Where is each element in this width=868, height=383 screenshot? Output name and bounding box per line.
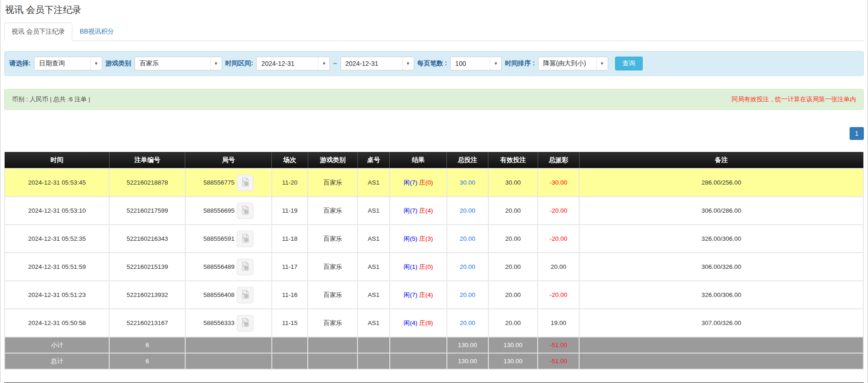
game-type-select[interactable]: 百家乐 ▼ — [135, 57, 222, 70]
summary-bar: 币别 : 人民币 | 总共 :6 注单 | 同局有效投注，统一计算在该局第一张注… — [4, 89, 864, 110]
tab-bar: 视讯 会员下注纪录 BB视讯积分 — [4, 23, 864, 41]
film-document-icon — [240, 205, 251, 217]
total-bet-sum-cell: 130.00 — [447, 353, 488, 369]
video-replay-button[interactable] — [237, 259, 253, 275]
round-id-cell: 588556591 — [185, 225, 272, 253]
date-from-value: 2024-12-31 — [257, 60, 318, 67]
chevron-down-icon: ▼ — [490, 57, 501, 70]
payout-cell: 20.00 — [538, 253, 579, 281]
result-cell: 闲(7) 庄(0) — [390, 168, 447, 197]
total-bet-link[interactable]: 20.00 — [460, 319, 475, 326]
remark-cell: 306.00/286.00 — [579, 197, 863, 225]
column-header-8: 总投注 — [447, 152, 488, 168]
page-size-value: 100 — [451, 60, 490, 67]
valid-bet-cell: 20.00 — [488, 225, 538, 253]
result-player: 闲(5) — [404, 235, 417, 242]
column-header-6: 桌号 — [358, 152, 390, 168]
page-size-select[interactable]: 100 ▼ — [450, 57, 502, 70]
chevron-down-icon: ▼ — [402, 57, 414, 70]
table-total-row: 小计6130.00130.00-51.00 — [5, 337, 863, 353]
result-banker: 庄(3) — [419, 235, 433, 242]
game-type-label: 游戏类别 — [106, 59, 131, 68]
total-bet-cell: 20.00 — [447, 281, 488, 309]
table-no-cell: AS1 — [358, 168, 390, 197]
bet-id-cell: 522160213167 — [109, 309, 185, 337]
video-replay-button[interactable] — [237, 203, 253, 219]
tab-bb-video-points[interactable]: BB视讯积分 — [72, 23, 122, 41]
remark-cell: 306.00/326.00 — [579, 253, 863, 281]
total-bet-link[interactable]: 20.00 — [460, 207, 475, 214]
date-from-select[interactable]: 2024-12-31 ▼ — [256, 57, 330, 70]
result-banker: 庄(9) — [419, 319, 433, 326]
summary-currency-count: 币别 : 人民币 | 总共 :6 注单 | — [12, 95, 90, 104]
table-row: 2024-12-31 05:50:58522160213167588556333… — [5, 309, 863, 337]
result-cell: 闲(7) 庄(4) — [390, 281, 447, 309]
valid-bet-cell: 20.00 — [488, 253, 538, 281]
page-number-button[interactable]: 1 — [850, 127, 864, 140]
video-replay-button[interactable] — [237, 315, 253, 331]
table-body: 2024-12-31 05:53:45522160218878588556775… — [5, 168, 863, 337]
table-total-row: 总计6130.00130.00-51.00 — [5, 353, 863, 369]
video-replay-button[interactable] — [237, 287, 253, 303]
total-bet-cell: 20.00 — [447, 309, 488, 337]
table-footer: 小计6130.00130.00-51.00总计6130.00130.00-51.… — [5, 337, 863, 369]
sort-order-label: 时间排序 : — [505, 59, 535, 68]
time-cell: 2024-12-31 05:53:10 — [5, 197, 109, 225]
empty-cell — [579, 353, 863, 369]
result-cell: 闲(1) 庄(0) — [390, 253, 447, 281]
time-cell: 2024-12-31 05:51:59 — [5, 253, 109, 281]
empty-cell — [390, 337, 447, 353]
result-cell: 闲(4) 庄(9) — [390, 309, 447, 337]
total-label-cell: 总计 — [5, 353, 109, 369]
round-id: 588556489 — [203, 263, 235, 270]
page: 视讯 会员下注纪录 视讯 会员下注纪录 BB视讯积分 请选择: 日期查询 ▼ 游… — [0, 0, 868, 383]
chevron-down-icon: ▼ — [318, 57, 329, 70]
table-no-cell: AS1 — [358, 281, 390, 309]
summary-warning-note: 同局有效投注，统一计算在该局第一张注单内 — [732, 95, 856, 104]
game-type-cell: 百家乐 — [308, 225, 358, 253]
time-cell: 2024-12-31 05:51:23 — [5, 281, 109, 309]
game-type-cell: 百家乐 — [308, 309, 358, 337]
round-id-cell: 588556489 — [185, 253, 272, 281]
empty-cell — [272, 337, 308, 353]
table-row: 2024-12-31 05:51:59522160215139588556489… — [5, 253, 863, 281]
chevron-down-icon: ▼ — [90, 57, 102, 70]
payout-sum-cell: -51.00 — [538, 353, 579, 369]
total-bet-link[interactable]: 30.00 — [460, 179, 475, 186]
total-bet-link[interactable]: 20.00 — [460, 263, 475, 270]
column-header-4: 场次 — [272, 152, 308, 168]
query-type-value: 日期查询 — [35, 59, 90, 68]
query-type-select[interactable]: 日期查询 ▼ — [34, 57, 102, 70]
round-id: 588556333 — [203, 319, 235, 326]
session-cell: 11-15 — [272, 309, 308, 337]
video-replay-button[interactable] — [237, 231, 253, 247]
remark-cell: 286.00/256.00 — [579, 168, 863, 197]
valid-bet-cell: 20.00 — [488, 197, 538, 225]
valid-bet-cell: 20.00 — [488, 309, 538, 337]
query-type-label: 请选择: — [9, 59, 31, 68]
table-no-cell: AS1 — [358, 197, 390, 225]
empty-cell — [272, 353, 308, 369]
round-id-cell: 588556333 — [185, 309, 272, 337]
total-bet-link[interactable]: 20.00 — [460, 291, 475, 298]
total-bet-link[interactable]: 20.00 — [460, 235, 475, 242]
search-button[interactable]: 查询 — [615, 57, 643, 70]
empty-cell — [579, 337, 863, 353]
total-label-cell: 小计 — [5, 337, 109, 353]
video-replay-button[interactable] — [237, 174, 253, 191]
column-header-5: 游戏类别 — [308, 152, 358, 168]
round-id: 588556591 — [203, 235, 235, 242]
chevron-down-icon: ▼ — [210, 57, 222, 70]
result-player: 闲(7) — [404, 207, 417, 214]
date-to-select[interactable]: 2024-12-31 ▼ — [340, 57, 414, 70]
bet-id-cell: 522160218878 — [109, 168, 185, 197]
result-banker: 庄(0) — [419, 263, 433, 270]
remark-cell: 326.00/306.00 — [579, 281, 863, 309]
session-cell: 11-16 — [272, 281, 308, 309]
sort-order-select[interactable]: 降冪(由大到小) ▼ — [538, 57, 608, 70]
tab-video-bet-records[interactable]: 视讯 会员下注纪录 — [4, 23, 72, 41]
payout-sum-cell: -51.00 — [538, 337, 579, 353]
time-cell: 2024-12-31 05:53:45 — [5, 168, 109, 197]
table-row: 2024-12-31 05:52:35522160216343588556591… — [5, 225, 863, 253]
round-id: 588556408 — [203, 291, 235, 298]
